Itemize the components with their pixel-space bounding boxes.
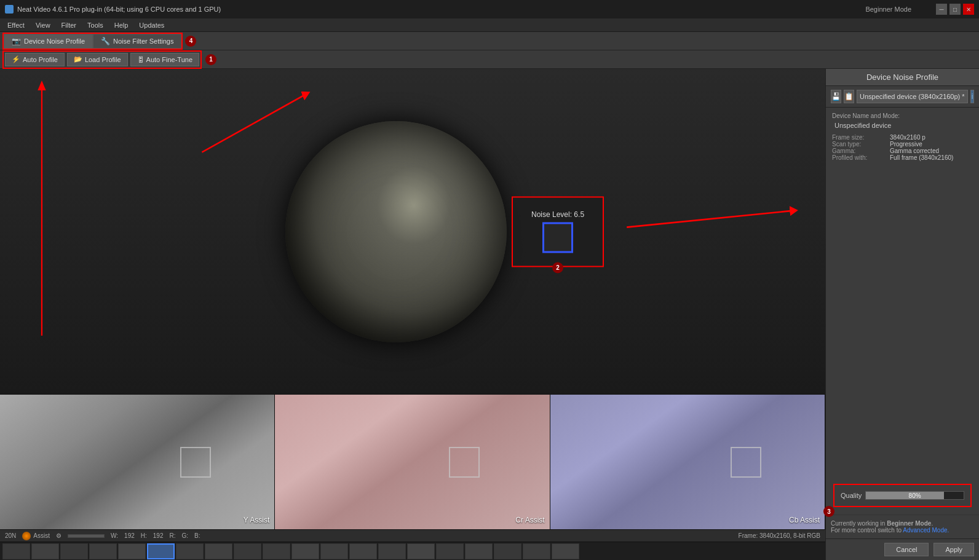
quality-section: Quality 80% [833, 484, 972, 507]
film-thumb-5[interactable] [118, 543, 146, 559]
film-thumb-8[interactable] [205, 543, 232, 559]
noise-level-text: Noise Level: 6.5 [531, 210, 584, 219]
film-thumb-13[interactable] [349, 543, 377, 559]
auto-fine-tune-label: Auto Fine-Tune [146, 56, 192, 63]
thumb-cr-assist: Cr Assist [275, 395, 550, 529]
apply-button[interactable]: Apply [933, 543, 974, 556]
auto-fine-tune-icon: 🎛 [137, 56, 144, 63]
tab-noise-filter-settings[interactable]: 🔧 Noise Filter Settings [93, 34, 181, 49]
quality-label: Quality [841, 492, 862, 499]
load-profile-icon: 📂 [74, 55, 82, 63]
annotation-badge-1: 1 [205, 54, 216, 65]
tab-icon-device: 📷 [12, 37, 21, 45]
device-dropdown[interactable]: Unspecified device (3840x2160p) * [857, 90, 968, 103]
frame-size-val: 3840x2160 p [890, 134, 925, 141]
title-bar-text: Neat Video 4.6.1 Pro plug-in (64-bit; us… [17, 6, 221, 13]
auto-profile-button[interactable]: ⚡ Auto Profile [5, 53, 65, 66]
auto-fine-tune-button[interactable]: 🎛 Auto Fine-Tune [130, 53, 199, 66]
channel-label: Assist [33, 532, 50, 539]
device-name-label: Device Name and Mode: [832, 112, 973, 119]
menu-view[interactable]: View [31, 20, 55, 30]
gamma-val: Gamma corrected [890, 148, 939, 154]
film-thumb-6[interactable] [147, 543, 175, 559]
profiled-val: Full frame (3840x2160) [890, 154, 953, 161]
load-profile-label: Load Profile [85, 56, 121, 63]
menu-help[interactable]: Help [109, 20, 133, 30]
auto-profile-label: Auto Profile [23, 56, 58, 63]
frame-size-key: Frame size: [832, 134, 887, 141]
video-preview: Noise Level: 6.5 2 [0, 69, 825, 394]
film-thumb-14[interactable] [378, 543, 406, 559]
film-thumb-1[interactable] [2, 543, 30, 559]
panel-info: Device Name and Mode: Unspecified device… [826, 108, 979, 166]
status-bar: 20N Assist ⚙ W: 192 H: 192 R: G: B: Fram… [0, 529, 825, 542]
maximize-button[interactable]: □ [949, 4, 961, 15]
noise-selection-box [542, 223, 573, 253]
annotation-badge-2: 2 [552, 262, 563, 273]
menu-effect[interactable]: Effect [2, 20, 30, 30]
load-profile-button[interactable]: 📂 Load Profile [67, 53, 128, 66]
panel-icon-save2[interactable]: 📋 [844, 90, 854, 103]
thumb-y-assist: Y Assist [0, 395, 275, 529]
menu-filter[interactable]: Filter [57, 20, 81, 30]
film-thumb-20[interactable] [552, 543, 579, 559]
scan-type-key: Scan type: [832, 141, 887, 148]
film-thumb-9[interactable] [234, 543, 261, 559]
advanced-mode-link[interactable]: Advanced Mode. [903, 527, 949, 534]
cancel-button[interactable]: Cancel [884, 543, 929, 556]
w-value: 192 [124, 532, 135, 539]
beginner-bold: Beginner Mode [887, 520, 931, 527]
zoom-level: 20N [5, 532, 16, 539]
gamma-key: Gamma: [832, 148, 887, 154]
film-thumb-18[interactable] [494, 543, 521, 559]
noise-analysis-box: Noise Level: 6.5 2 [512, 196, 604, 267]
g-label: G: [181, 532, 188, 539]
close-button[interactable]: ✕ [963, 4, 974, 15]
bottom-buttons: Cancel Apply [826, 538, 979, 560]
switch-text: For more control switch to [831, 527, 902, 534]
menu-tools[interactable]: Tools [82, 20, 108, 30]
panel-header: Device Noise Profile [826, 69, 979, 86]
film-thumb-12[interactable] [320, 543, 348, 559]
profiled-key: Profiled with: [832, 154, 887, 161]
tab-device-noise-profile[interactable]: 📷 Device Noise Profile [4, 34, 93, 49]
frame-info: Frame: 3840x2160, 8-bit RGB [739, 532, 820, 539]
device-name-value: Unspecified device [832, 122, 973, 129]
h-value: 192 [153, 532, 164, 539]
r-label: R: [169, 532, 175, 539]
film-thumb-16[interactable] [436, 543, 464, 559]
toolbar: ⚡ Auto Profile 📂 Load Profile 🎛 Auto Fin… [0, 50, 979, 69]
cr-assist-selector[interactable] [449, 447, 480, 478]
film-thumb-7[interactable] [176, 543, 204, 559]
settings-icon[interactable]: ⚙ [56, 532, 61, 539]
tab-icon-filter: 🔧 [101, 37, 110, 45]
y-assist-selector[interactable] [180, 447, 211, 478]
annotation-badge-3: 3 [823, 506, 834, 517]
minimize-button[interactable]: ─ [936, 4, 947, 15]
film-thumb-15[interactable] [407, 543, 435, 559]
h-label: H: [141, 532, 147, 539]
film-thumb-10[interactable] [263, 543, 290, 559]
film-thumb-4[interactable] [89, 543, 117, 559]
film-thumb-19[interactable] [523, 543, 550, 559]
panel-icon-save[interactable]: 💾 [831, 90, 841, 103]
panel-info-btn[interactable]: i [970, 90, 974, 103]
right-panel: Device Noise Profile 💾 📋 Unspecified dev… [825, 69, 979, 560]
beginner-mode-info: Currently working in Beginner Mode. For … [826, 515, 979, 538]
panel-toolbar: 💾 📋 Unspecified device (3840x2160p) * i [826, 86, 979, 108]
zoom-slider[interactable] [68, 534, 105, 538]
cr-assist-label: Cr Assist [515, 516, 544, 524]
quality-bar-text: 80% [866, 492, 964, 499]
auto-profile-icon: ⚡ [12, 55, 20, 63]
cb-assist-selector[interactable] [731, 447, 761, 478]
film-thumb-11[interactable] [291, 543, 319, 559]
film-thumb-2[interactable] [31, 543, 59, 559]
film-thumb-17[interactable] [465, 543, 493, 559]
menu-updates[interactable]: Updates [134, 20, 169, 30]
quality-bar: 80% [865, 491, 964, 500]
tab-device-label: Device Noise Profile [24, 37, 85, 45]
cb-assist-label: Cb Assist [789, 516, 820, 524]
tab-bar: 📷 Device Noise Profile 🔧 Noise Filter Se… [0, 32, 979, 50]
film-thumb-3[interactable] [60, 543, 88, 559]
annotation-badge-4: 4 [185, 36, 196, 47]
